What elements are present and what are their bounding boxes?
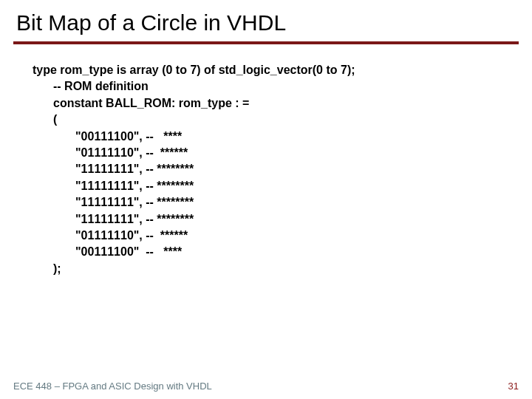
code-line: ); (33, 261, 532, 277)
page-title: Bit Map of a Circle in VHDL (0, 0, 532, 41)
footer: ECE 448 – FPGA and ASIC Design with VHDL… (13, 381, 519, 392)
page-number: 31 (508, 381, 519, 392)
code-line: "01111110", -- ****** (33, 145, 532, 161)
code-block: type rom_type is array (0 to 7) of std_l… (0, 44, 532, 277)
code-line: "11111111", -- ******** (33, 178, 532, 194)
code-line: constant BALL_ROM: rom_type : = (33, 95, 532, 112)
code-line: "11111111", -- ******** (33, 211, 532, 228)
code-line: "11111111", -- ******** (33, 194, 532, 211)
code-line: -- ROM definition (33, 78, 532, 95)
code-line: "11111111", -- ******** (33, 161, 532, 177)
code-line: ( (33, 112, 532, 128)
code-line: "01111110", -- ****** (33, 228, 532, 244)
code-line: "00111100" -- **** (33, 244, 532, 260)
code-line: "00111100", -- **** (33, 129, 532, 145)
code-line: type rom_type is array (0 to 7) of std_l… (33, 62, 532, 78)
footer-left: ECE 448 – FPGA and ASIC Design with VHDL (13, 381, 212, 392)
